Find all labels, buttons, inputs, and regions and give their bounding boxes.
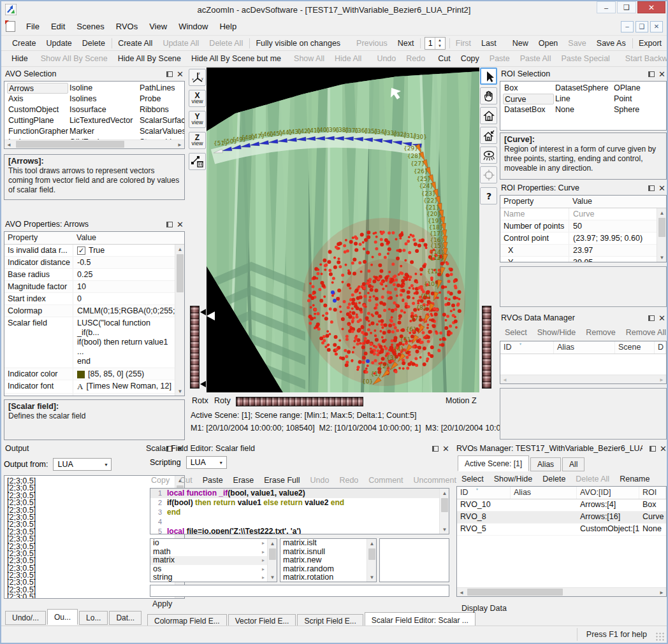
left-thumbwheel[interactable] xyxy=(190,306,200,389)
function-list-vscrollbar[interactable]: ▲ ▼ xyxy=(367,539,376,582)
scroll-up-arrow[interactable]: ▲ xyxy=(440,489,449,497)
toolbar2-copy-button[interactable]: Copy xyxy=(456,54,484,63)
scalar-editor-float-icon[interactable] xyxy=(432,446,439,452)
pointer-select-button[interactable] xyxy=(480,68,497,85)
toolbar2-redo-button[interactable]: Redo xyxy=(401,54,430,63)
dock-tab-dat[interactable]: Dat... xyxy=(109,611,142,625)
avo-item-scalarsurface[interactable]: ScalarSurface xyxy=(138,115,184,126)
scroll-left-arrow[interactable]: ◄ xyxy=(500,375,509,384)
motion-z-label[interactable]: Motion Z xyxy=(446,396,477,405)
toolbar1-first-button[interactable]: First xyxy=(451,39,476,48)
roi-item-datasetbox[interactable]: DatasetBox xyxy=(503,104,554,115)
toolbar2-hide-all-by-scene-button[interactable]: Hide All By Scene xyxy=(113,54,186,63)
avo-properties-float-icon[interactable] xyxy=(166,222,173,227)
toolbar-grip[interactable] xyxy=(348,38,349,48)
avo-properties-close-icon[interactable]: ✕ xyxy=(177,222,184,227)
measure-delete-button[interactable] xyxy=(189,153,206,170)
window-minimize-button[interactable]: – xyxy=(597,1,616,13)
scroll-right-arrow[interactable]: ► xyxy=(175,140,184,149)
avo-selection-close-icon[interactable]: ✕ xyxy=(177,71,184,77)
toolbar1-export-button[interactable]: Export xyxy=(634,39,667,48)
toolbar1-fully-visible-on-changes-button[interactable]: Fully visible on changes xyxy=(250,39,345,48)
property-value[interactable]: Curve xyxy=(569,208,657,220)
function-item-matrix-new[interactable]: matrix.new xyxy=(280,556,367,565)
scroll-thumb[interactable] xyxy=(467,589,563,596)
module-item-os[interactable]: os▸ xyxy=(150,565,267,574)
rvos-manager-hscrollbar[interactable]: ◄ ► xyxy=(457,587,666,596)
view-all-button[interactable] xyxy=(480,147,497,164)
module-item-matrix[interactable]: matrix▸ xyxy=(150,556,267,565)
roi-properties-close-icon[interactable]: ✕ xyxy=(658,185,665,191)
toolbar2-paste-special-button[interactable]: Paste Special xyxy=(556,54,614,63)
roi-selection-close-icon[interactable]: ✕ xyxy=(658,71,665,77)
toolbar-grip[interactable] xyxy=(504,38,505,48)
function-item-matrix-islt[interactable]: matrix.islt xyxy=(280,539,367,548)
module-list-vscrollbar[interactable]: ▲ ▼ xyxy=(267,539,277,582)
function-item-matrix-rotation[interactable]: matrix.rotation xyxy=(280,573,367,582)
roi-item-none[interactable]: None xyxy=(554,104,613,115)
property-value[interactable]: -0.5 xyxy=(73,257,175,268)
toolbar2-hide-button[interactable]: Hide xyxy=(6,54,33,63)
code-line[interactable]: 5local file=io.open('Z:\\Test222.txt', '… xyxy=(150,527,439,534)
column-header-alias[interactable]: Alias xyxy=(554,341,615,354)
module-item-math[interactable]: math▸ xyxy=(150,548,267,557)
property-value[interactable]: CMLM(0;15;RGBA(0;0;255;... xyxy=(73,305,175,317)
avo-item-pathlines[interactable]: PathLines xyxy=(138,83,184,94)
roi-item-oplane[interactable]: OPlane xyxy=(613,83,657,94)
scroll-thumb[interactable] xyxy=(658,218,665,237)
avo-item-probe[interactable]: Probe xyxy=(138,94,184,104)
avo-item-arrows[interactable]: Arrows xyxy=(7,83,68,94)
module-item-io[interactable]: io▸ xyxy=(150,539,267,548)
toolbar1-new-button[interactable]: New xyxy=(507,39,534,48)
rvos-data-manager-float-icon[interactable] xyxy=(648,315,655,321)
editor-comment-button[interactable]: Comment xyxy=(363,476,408,485)
scroll-down-arrow[interactable]: ▼ xyxy=(367,573,377,582)
toolbar2-paste-all-button[interactable]: Paste All xyxy=(515,54,556,63)
toolbar1-update-all-button[interactable]: Update All xyxy=(157,39,204,48)
roi-item-sphere[interactable]: Sphere xyxy=(613,104,657,115)
scroll-thumb[interactable] xyxy=(177,254,184,292)
avo-item-isosurface[interactable]: Isosurface xyxy=(68,104,138,115)
roi-item-line[interactable]: Line xyxy=(554,94,613,104)
rvos-manager-delete-button[interactable]: Delete xyxy=(537,475,570,483)
apply-button[interactable]: Apply xyxy=(152,599,172,608)
y-view-button[interactable]: Yview xyxy=(189,111,206,128)
scroll-left-arrow[interactable]: ◄ xyxy=(457,588,466,597)
roty-label[interactable]: Roty xyxy=(214,396,231,405)
roi-selection-float-icon[interactable] xyxy=(648,71,655,77)
dock-tab-undo[interactable]: Undo/... xyxy=(5,611,46,625)
function-search-input[interactable] xyxy=(150,585,449,597)
toolbar1-delete-all-button[interactable]: Delete All xyxy=(204,39,248,48)
scroll-thumb[interactable] xyxy=(269,548,276,560)
avo-selection-float-icon[interactable] xyxy=(166,71,173,77)
scripting-lang-dropdown[interactable]: LUA ▼ xyxy=(186,456,227,469)
property-value[interactable]: 50 xyxy=(569,220,657,232)
x-view-button[interactable]: Xview xyxy=(189,90,206,107)
avo-item-customobject[interactable]: CustomObject xyxy=(7,104,68,115)
rvos-manager-select-button[interactable]: Select xyxy=(456,475,489,483)
property-value[interactable]: A[Times New Roman, 12] xyxy=(73,380,175,393)
rvos-data-show-hide-button[interactable]: Show/Hide xyxy=(532,328,581,337)
toolbar1-create-all-button[interactable]: Create All xyxy=(113,39,157,48)
column-header-roi[interactable]: ROI xyxy=(639,487,666,499)
roi-item-box[interactable]: Box xyxy=(503,83,554,94)
code-line[interactable]: 1local function _if(bool, value1, value2… xyxy=(150,489,439,498)
toolbar-grip[interactable] xyxy=(4,38,4,48)
toolbar2-start-backward-button[interactable]: Start Backward xyxy=(620,54,667,63)
toolbar1-delete-button[interactable]: Delete xyxy=(77,39,110,48)
rvos-manager-delete-all-button[interactable]: Delete All xyxy=(570,475,614,483)
toolbar2-undo-button[interactable]: Undo xyxy=(372,54,401,63)
scroll-right-arrow[interactable]: ► xyxy=(657,588,666,597)
property-value[interactable]: M3!Velocity xyxy=(73,394,175,396)
mdi-minimize-button[interactable]: – xyxy=(621,21,634,32)
scroll-thumb[interactable] xyxy=(441,498,448,512)
rvos-tab-all[interactable]: All xyxy=(562,457,584,471)
avo-item-marker[interactable]: Marker xyxy=(68,126,138,137)
toolbar1-previous-button[interactable]: Previous xyxy=(351,39,393,48)
right-thumbwheel[interactable] xyxy=(482,306,491,389)
rotx-label[interactable]: Rotx xyxy=(192,396,208,405)
column-header-d[interactable]: D xyxy=(655,341,666,354)
rvos-data-remove-button[interactable]: Remove xyxy=(581,328,621,337)
checkbox-icon[interactable]: ✓ xyxy=(77,247,85,255)
rvo-row-rvo-10[interactable]: RVO_10Arrows:[4]Box xyxy=(457,499,666,512)
